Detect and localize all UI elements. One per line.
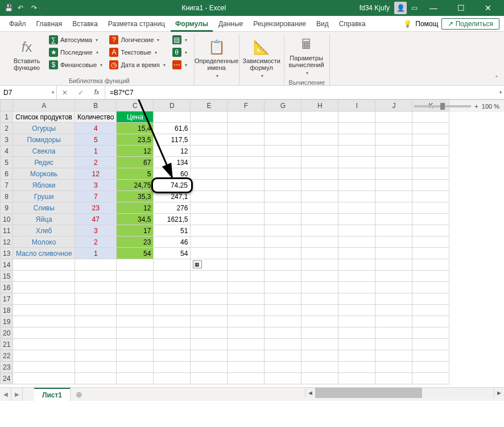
cell[interactable] xyxy=(301,180,338,191)
cell[interactable] xyxy=(375,214,412,225)
maximize-button[interactable]: ☐ xyxy=(449,3,472,13)
cell[interactable] xyxy=(13,271,75,282)
cell-A2[interactable]: Огурцы xyxy=(13,123,75,134)
cell[interactable] xyxy=(375,168,412,180)
cell[interactable] xyxy=(301,259,338,271)
cell[interactable] xyxy=(375,123,412,134)
cell[interactable] xyxy=(75,339,117,350)
cell[interactable] xyxy=(375,282,412,293)
cell[interactable] xyxy=(191,180,228,191)
cell[interactable] xyxy=(338,316,375,327)
tab-формулы[interactable]: Формулы xyxy=(171,16,213,32)
cell-B4[interactable]: 1 xyxy=(75,146,117,157)
cell-B10[interactable]: 47 xyxy=(75,214,117,225)
cell[interactable] xyxy=(412,282,449,293)
cell[interactable] xyxy=(191,282,228,293)
cell[interactable] xyxy=(338,168,375,180)
cell-B11[interactable]: 3 xyxy=(75,225,117,237)
cell[interactable] xyxy=(301,282,338,293)
row-header-22[interactable]: 22 xyxy=(1,350,13,362)
tab-справка[interactable]: Справка xyxy=(334,16,370,32)
cell[interactable] xyxy=(375,237,412,248)
row-header-6[interactable]: 6 xyxy=(1,168,13,180)
minimize-button[interactable]: — xyxy=(422,3,445,13)
cell[interactable] xyxy=(375,293,412,305)
cell[interactable] xyxy=(117,305,154,316)
cell[interactable] xyxy=(301,191,338,202)
cell-A10[interactable]: Яйца xyxy=(13,214,75,225)
sheet-nav-next-icon[interactable]: ▶ xyxy=(11,388,23,401)
cell-D13[interactable]: 54 xyxy=(154,248,191,259)
col-header-J[interactable]: J xyxy=(375,100,412,111)
redo-icon[interactable]: ↷▾ xyxy=(31,4,40,12)
cell[interactable] xyxy=(375,373,412,384)
row-header-13[interactable]: 13 xyxy=(1,248,13,259)
cell[interactable] xyxy=(301,168,338,180)
cell[interactable] xyxy=(412,157,449,168)
cell[interactable] xyxy=(338,191,375,202)
cell[interactable] xyxy=(375,157,412,168)
cell[interactable] xyxy=(13,316,75,327)
cell[interactable] xyxy=(75,373,117,384)
cell[interactable] xyxy=(375,111,412,123)
scroll-right-icon[interactable]: ▶ xyxy=(494,388,504,398)
cell[interactable] xyxy=(265,248,301,259)
cell[interactable] xyxy=(191,316,228,327)
cell[interactable] xyxy=(412,180,449,191)
cell[interactable] xyxy=(191,214,228,225)
row-header-1[interactable]: 1 xyxy=(1,111,13,123)
cell[interactable] xyxy=(154,316,191,327)
cell[interactable] xyxy=(154,373,191,384)
cell-C9[interactable]: 12 xyxy=(117,202,154,214)
cell[interactable] xyxy=(265,237,301,248)
cell[interactable] xyxy=(338,350,375,362)
cell[interactable] xyxy=(228,202,265,214)
cell[interactable] xyxy=(338,237,375,248)
cell[interactable] xyxy=(228,293,265,305)
cell[interactable] xyxy=(412,339,449,350)
row-header-9[interactable]: 9 xyxy=(1,202,13,214)
name-box[interactable]: D7▾ xyxy=(0,86,57,99)
cell[interactable] xyxy=(265,350,301,362)
cell[interactable] xyxy=(228,362,265,373)
cell[interactable] xyxy=(375,225,412,237)
defined-names-button[interactable]: 📋 Определенные имена▾ xyxy=(199,34,234,83)
row-header-21[interactable]: 21 xyxy=(1,339,13,350)
cell[interactable] xyxy=(338,327,375,339)
cell[interactable] xyxy=(117,293,154,305)
row-header-23[interactable]: 23 xyxy=(1,362,13,373)
cell-A7[interactable]: Яблоки xyxy=(13,180,75,191)
cell[interactable] xyxy=(75,350,117,362)
cell[interactable] xyxy=(338,214,375,225)
cell[interactable] xyxy=(117,282,154,293)
cell-B5[interactable]: 2 xyxy=(75,157,117,168)
cell[interactable] xyxy=(228,248,265,259)
cell[interactable] xyxy=(154,111,191,123)
cell[interactable] xyxy=(228,339,265,350)
cell[interactable] xyxy=(412,362,449,373)
cell[interactable] xyxy=(265,146,301,157)
collapse-ribbon-icon[interactable]: ˄ xyxy=(489,73,504,85)
cell[interactable] xyxy=(301,134,338,146)
scroll-left-icon[interactable]: ◀ xyxy=(305,388,315,398)
row-header-11[interactable]: 11 xyxy=(1,225,13,237)
cell-B13[interactable]: 1 xyxy=(75,248,117,259)
cell[interactable] xyxy=(338,134,375,146)
cell[interactable] xyxy=(117,327,154,339)
cell[interactable] xyxy=(191,305,228,316)
autosum-button[interactable]: ∑Автосумма▾ xyxy=(47,34,105,45)
cell-A13[interactable]: Масло сливочное xyxy=(13,248,75,259)
cell[interactable] xyxy=(117,339,154,350)
cell[interactable] xyxy=(75,271,117,282)
cell-D9[interactable]: 276 xyxy=(154,202,191,214)
cell[interactable] xyxy=(154,259,191,271)
autofill-options-icon[interactable]: ▦ xyxy=(193,260,202,268)
col-header-D[interactable]: D xyxy=(154,100,191,111)
close-button[interactable]: ✕ xyxy=(477,3,499,13)
cell[interactable] xyxy=(412,350,449,362)
cell[interactable] xyxy=(228,168,265,180)
cell[interactable] xyxy=(301,271,338,282)
undo-icon[interactable]: ↶▾ xyxy=(18,4,27,12)
cell[interactable] xyxy=(228,271,265,282)
col-header-A[interactable]: A xyxy=(13,100,75,111)
